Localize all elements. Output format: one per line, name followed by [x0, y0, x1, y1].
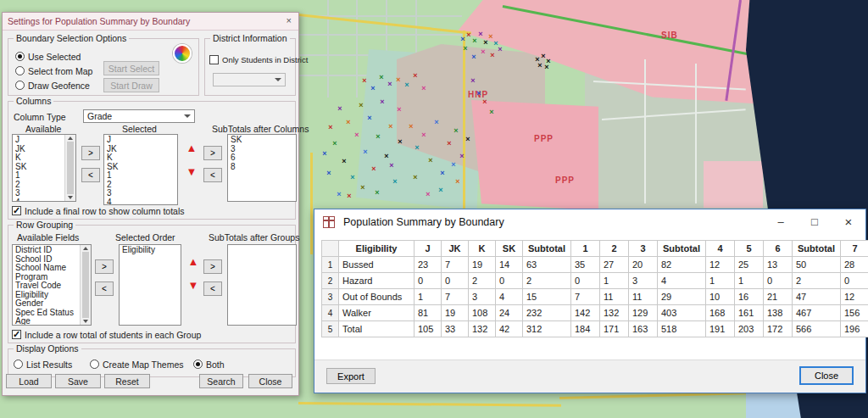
search-button[interactable]: Search [199, 374, 243, 388]
table-cell[interactable]: 27 [600, 257, 629, 273]
table-cell[interactable]: 11 [600, 289, 629, 305]
student-marker[interactable]: × [478, 31, 482, 38]
subtotal-add-button[interactable]: > [203, 259, 222, 274]
student-marker[interactable]: × [434, 119, 438, 126]
table-cell[interactable]: 163 [629, 321, 658, 337]
student-marker[interactable]: × [322, 150, 326, 158]
move-left-button[interactable]: < [95, 281, 114, 296]
move-down-button[interactable]: ▼ [185, 278, 202, 293]
list-item[interactable]: School ID [13, 255, 80, 265]
subtotal-remove-button[interactable]: < [203, 281, 222, 296]
table-cell[interactable]: 2 [523, 273, 571, 289]
table-cell[interactable]: 161 [735, 305, 764, 321]
list-item[interactable]: 6 [228, 153, 296, 163]
minimize-button[interactable]: – [764, 209, 798, 235]
student-marker[interactable]: × [447, 140, 451, 148]
subtotal-remove-button[interactable]: < [203, 168, 222, 182]
list-item[interactable]: JK [13, 145, 64, 154]
scrollbar[interactable] [80, 245, 91, 325]
save-button[interactable]: Save [55, 374, 101, 388]
table-cell[interactable]: 4 [658, 273, 706, 289]
radio-icon[interactable] [90, 359, 99, 369]
table-cell[interactable]: 132 [469, 321, 496, 337]
student-marker[interactable]: × [404, 81, 409, 89]
table-cell[interactable]: 15 [523, 289, 571, 305]
student-marker[interactable]: × [363, 148, 367, 156]
list-item[interactable]: 2 [13, 181, 64, 190]
radio-icon[interactable] [15, 52, 25, 61]
student-marker[interactable]: × [440, 170, 444, 177]
checkbox-icon[interactable] [209, 55, 219, 64]
list-item[interactable]: K [13, 153, 64, 163]
student-marker[interactable]: × [541, 53, 545, 60]
table-cell[interactable]: 50 [793, 257, 841, 273]
close-icon[interactable]: × [287, 15, 292, 25]
list-item[interactable]: J [104, 136, 177, 145]
list-item[interactable]: J [13, 136, 64, 145]
student-marker[interactable]: × [347, 192, 351, 200]
close-icon[interactable]: × [832, 209, 865, 235]
move-up-button[interactable]: ▲ [185, 254, 202, 270]
move-right-button[interactable]: > [95, 259, 114, 274]
table-cell[interactable]: 12 [841, 289, 868, 305]
export-button[interactable]: Export [326, 368, 376, 384]
list-item[interactable]: Program [13, 273, 80, 282]
move-down-button[interactable]: ▼ [183, 164, 200, 180]
table-cell[interactable]: Walker [339, 305, 415, 321]
column-header[interactable]: 3 [629, 241, 658, 257]
final-row-checkbox[interactable]: Include a final row to show column total… [12, 205, 185, 216]
student-marker[interactable]: × [389, 162, 393, 170]
list-item[interactable]: 8 [228, 163, 296, 172]
table-cell[interactable]: 47 [793, 289, 841, 305]
student-marker[interactable]: × [413, 174, 417, 181]
start-select-button[interactable]: Start Select [103, 61, 159, 75]
row-number[interactable]: 5 [322, 321, 339, 337]
student-marker[interactable]: × [489, 109, 493, 116]
student-marker[interactable]: × [488, 33, 492, 41]
table-cell[interactable]: 19 [442, 305, 469, 321]
table-cell[interactable]: 0 [415, 273, 442, 289]
reset-button[interactable]: Reset [104, 374, 150, 388]
student-marker[interactable]: × [460, 36, 465, 43]
subtotal-add-button[interactable]: > [203, 146, 222, 160]
student-marker[interactable]: × [482, 98, 487, 106]
student-marker[interactable]: × [421, 85, 426, 92]
list-item[interactable]: Age [13, 317, 80, 325]
student-marker[interactable]: × [428, 157, 432, 164]
table-cell[interactable]: 0 [571, 273, 600, 289]
radio-use-selected[interactable]: Use Selected [15, 51, 81, 62]
list-item[interactable]: 3 [104, 189, 177, 198]
table-cell[interactable]: 81 [415, 305, 442, 321]
list-item[interactable]: 1 [13, 171, 64, 181]
table-cell[interactable]: 2 [793, 273, 841, 289]
column-header[interactable]: K [469, 241, 496, 257]
student-marker[interactable]: × [476, 90, 481, 98]
table-cell[interactable]: 138 [764, 305, 793, 321]
student-marker[interactable]: × [388, 123, 392, 131]
table-cell[interactable]: 13 [764, 257, 793, 273]
student-marker[interactable]: × [350, 174, 354, 181]
student-marker[interactable]: × [409, 123, 413, 131]
list-item[interactable]: K [104, 153, 177, 163]
columns-selected-list[interactable]: JJKKSK1234 [103, 134, 178, 205]
table-cell[interactable]: Bussed [339, 257, 415, 273]
table-cell[interactable]: 10 [706, 289, 735, 305]
student-marker[interactable]: × [392, 178, 397, 186]
student-marker[interactable]: × [371, 165, 376, 173]
table-cell[interactable]: 12 [706, 257, 735, 273]
student-marker[interactable]: × [326, 170, 331, 177]
table-cell[interactable]: 14 [496, 257, 523, 273]
columns-available-list[interactable]: JJKKSK1234 [12, 134, 76, 202]
table-cell[interactable]: 33 [442, 321, 469, 337]
checkbox-icon[interactable] [12, 330, 21, 339]
window-titlebar[interactable]: Population Summary by Boundary – □ × [314, 209, 865, 236]
table-cell[interactable]: 11 [629, 289, 658, 305]
table-cell[interactable]: 7 [442, 257, 469, 273]
student-marker[interactable]: × [367, 114, 371, 122]
student-marker[interactable]: × [537, 62, 542, 70]
only-students-checkbox[interactable]: Only Students in District [209, 54, 308, 65]
column-header[interactable]: 4 [706, 241, 735, 257]
row-grouping-subtotals-list[interactable] [227, 244, 297, 326]
column-header[interactable]: JK [442, 241, 469, 257]
column-type-dropdown[interactable]: Grade [83, 109, 195, 123]
